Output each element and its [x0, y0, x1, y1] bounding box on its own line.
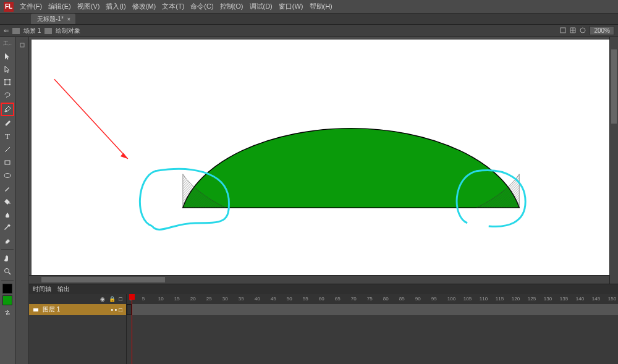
playhead[interactable] — [132, 294, 132, 364]
svg-point-1 — [580, 28, 585, 33]
scene-icon[interactable] — [12, 28, 20, 34]
ruler-mark: 115 — [496, 296, 504, 302]
hand-tool[interactable] — [2, 253, 13, 264]
menubar: FL 文件(F) 编辑(E) 视图(V) 插入(I) 修改(M) 文本(T) 命… — [0, 0, 618, 14]
layer-controls: ◉ 🔒 □ — [29, 294, 126, 304]
svg-rect-8 — [5, 161, 10, 164]
menu-insert[interactable]: 插入(I) — [106, 2, 125, 11]
pencil-tool[interactable] — [2, 183, 13, 194]
text-tool[interactable]: T — [2, 131, 13, 142]
svg-rect-2 — [5, 80, 10, 85]
selection-tool[interactable] — [2, 51, 13, 62]
playhead-head-icon[interactable] — [129, 294, 135, 300]
menu-debug[interactable]: 调试(D) — [250, 2, 273, 11]
menu-view[interactable]: 视图(V) — [77, 2, 100, 11]
svg-line-7 — [5, 147, 10, 152]
scrollbar-horizontal[interactable] — [29, 275, 609, 284]
ruler-mark: 150 — [608, 296, 616, 302]
menu-modify[interactable]: 修改(M) — [132, 2, 156, 11]
ink-tool[interactable] — [2, 209, 13, 220]
ruler-mark: 10 — [158, 296, 164, 302]
pen-tool[interactable] — [1, 103, 14, 116]
menu-help[interactable]: 帮助(H) — [310, 2, 332, 11]
ruler-mark: 75 — [367, 296, 373, 302]
ruler-mark: 45 — [271, 296, 276, 302]
free-transform-tool[interactable] — [2, 77, 13, 88]
workspace-icon[interactable] — [560, 27, 566, 35]
svg-rect-12 — [20, 43, 24, 47]
ruler-mark: 85 — [399, 296, 405, 302]
keyframe-1[interactable] — [127, 304, 132, 315]
lasso-tool[interactable] — [2, 90, 13, 101]
document-tab[interactable]: 无标题-1* × — [31, 14, 75, 24]
fill-swatch[interactable] — [2, 295, 12, 305]
oval-tool[interactable] — [2, 170, 13, 181]
annotation-arrow-line — [54, 79, 128, 159]
eye-icon[interactable]: ◉ — [100, 296, 105, 302]
close-tab-icon[interactable]: × — [67, 16, 70, 22]
menu-window[interactable]: 窗口(W) — [279, 2, 303, 11]
svg-rect-3 — [4, 79, 6, 80]
menu-text[interactable]: 文本(T) — [162, 2, 184, 11]
subselect-tool[interactable] — [2, 64, 13, 75]
line-tool[interactable] — [2, 144, 13, 155]
ruler-mark: 140 — [576, 296, 584, 302]
drawing-shape[interactable] — [183, 129, 519, 208]
zoom-tool[interactable] — [2, 266, 13, 277]
scrollbar-thumb-v[interactable] — [611, 49, 617, 124]
tab-timeline[interactable]: 时间轴 — [33, 285, 51, 294]
frames-panel[interactable]: 1510152025303540455055606570758085909510… — [127, 294, 618, 364]
ruler-mark: 60 — [319, 296, 324, 302]
clip-icon[interactable] — [580, 27, 586, 35]
back-icon[interactable]: ⇐ — [4, 27, 9, 34]
edit-object-icon[interactable] — [44, 28, 52, 34]
eyedropper-tool[interactable] — [2, 222, 13, 233]
tool-options-panel — [15, 37, 29, 364]
svg-rect-5 — [4, 84, 6, 85]
lock-icon[interactable]: 🔒 — [109, 296, 116, 302]
ruler-mark: 145 — [592, 296, 600, 302]
frame-strip[interactable] — [127, 304, 618, 315]
layer-icon — [33, 307, 39, 313]
stroke-swatch[interactable] — [2, 284, 12, 294]
menu-edit[interactable]: 编辑(E) — [48, 2, 71, 11]
app-logo: FL — [4, 2, 14, 12]
ruler-mark: 95 — [431, 296, 437, 302]
scene-label[interactable]: 场景 1 — [23, 27, 41, 35]
ruler-mark: 80 — [383, 296, 389, 302]
ruler-mark: 15 — [174, 296, 180, 302]
outline-icon[interactable]: □ — [119, 296, 122, 302]
grid-icon[interactable] — [570, 27, 576, 35]
layer-panel: ◉ 🔒 □ 图层 1 • • □ — [29, 294, 127, 364]
paint-bucket-tool[interactable] — [2, 196, 13, 207]
rectangle-tool[interactable] — [2, 157, 13, 168]
stage[interactable] — [32, 40, 616, 281]
swap-colors-icon[interactable] — [2, 307, 13, 318]
menu-control[interactable]: 控制(O) — [220, 2, 243, 11]
timeline-ruler[interactable]: 1510152025303540455055606570758085909510… — [127, 294, 618, 304]
layer-row[interactable]: 图层 1 • • □ — [29, 304, 126, 315]
svg-rect-6 — [9, 84, 11, 85]
svg-point-9 — [4, 174, 11, 178]
zoom-level[interactable]: 200% — [590, 26, 614, 35]
ruler-mark: 125 — [528, 296, 536, 302]
scrollbar-thumb-h[interactable] — [41, 277, 165, 282]
annotation-arrow-head — [121, 153, 128, 159]
svg-rect-13 — [33, 308, 38, 311]
scrollbar-vertical[interactable] — [609, 37, 618, 284]
tab-output[interactable]: 输出 — [57, 285, 70, 294]
edit-object-label[interactable]: 绘制对象 — [56, 27, 80, 35]
eraser-tool[interactable] — [2, 235, 13, 246]
brush-tool[interactable] — [2, 118, 13, 129]
ruler-mark: 100 — [447, 296, 455, 302]
menu-command[interactable]: 命令(C) — [190, 2, 213, 11]
option-snap-icon[interactable] — [17, 40, 28, 51]
ruler-mark: 110 — [480, 296, 488, 302]
timeline-panel: 时间轴 输出 ◉ 🔒 □ 图层 1 • • □ — [29, 284, 618, 364]
layer-name[interactable]: 图层 1 — [43, 305, 60, 314]
menu-file[interactable]: 文件(F) — [20, 2, 42, 11]
ruler-mark: 40 — [255, 296, 260, 302]
ruler-mark: 105 — [464, 296, 472, 302]
svg-rect-0 — [561, 28, 565, 33]
document-tab-label: 无标题-1* — [37, 15, 64, 23]
